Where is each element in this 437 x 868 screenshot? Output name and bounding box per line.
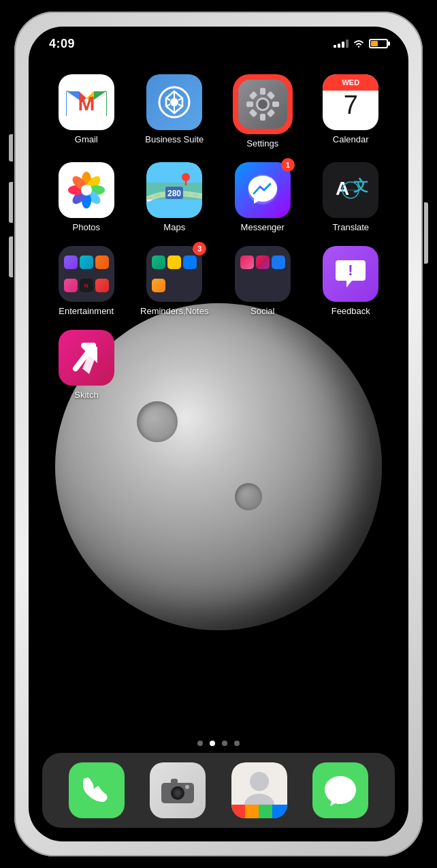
calendar-day-header: WED [323,74,378,91]
signal-bars [334,40,349,48]
entertainment-folder-icon: N [59,246,114,302]
app-reminders-folder[interactable]: 3 Reminders,Notes [137,246,212,316]
gmail-logo: M [65,86,108,119]
messenger-icon: 1 [235,162,291,218]
reminders-app-3 [183,255,197,269]
camera-icon [160,776,195,805]
signal-bar-3 [342,42,344,48]
app-business-suite[interactable]: Business Suite [137,74,212,149]
photos-logo [65,169,108,211]
svg-rect-20 [266,91,275,100]
notch [164,27,273,48]
svg-point-56 [250,772,269,791]
app-feedback[interactable]: ! Feedback [313,246,388,316]
signal-bar-4 [346,40,349,48]
photos-icon [59,162,114,218]
feedback-logo: ! [333,256,368,292]
entertainment-label: Entertainment [59,306,114,316]
svg-text:文: 文 [353,177,368,194]
dock-phone[interactable] [69,762,125,818]
app-photos[interactable]: Photos [49,162,124,232]
dock-contacts[interactable] [231,762,287,818]
messenger-logo [244,172,281,208]
svg-text:M: M [78,92,95,114]
translate-logo: A 文 [330,173,371,207]
social-app-6 [272,279,285,292]
phone-screen: 4:09 [29,27,408,841]
app-social-folder[interactable]: Social [225,246,300,316]
battery-fill [371,41,378,46]
dock-contacts-icon [231,762,287,818]
app-calendar[interactable]: WED 7 Calendar [313,74,388,149]
app-skitch[interactable]: Skitch [49,330,124,400]
translate-icon: A 文 [323,162,378,218]
phone-icon [81,775,112,806]
folder-app-1 [64,255,78,269]
svg-rect-18 [272,102,279,107]
page-dots [29,741,408,746]
social-app-2 [256,255,270,269]
svg-point-52 [175,790,180,796]
app-translate[interactable]: A 文 Translate [313,162,388,232]
feedback-label: Feedback [331,306,370,316]
settings-ring [233,74,293,134]
social-app-1 [240,255,254,269]
reminders-app-4 [152,279,165,292]
status-icons [334,39,388,48]
reminders-folder-icon: 3 [146,246,202,302]
svg-rect-15 [260,88,265,95]
svg-rect-22 [266,109,275,118]
signal-bar-1 [334,45,336,48]
folder-app-3 [95,255,109,269]
feedback-icon: ! [323,246,378,302]
social-app-4 [240,279,254,292]
phone-frame: 4:09 [14,12,423,856]
maps-icon: 280 [146,162,202,218]
contacts-icon [231,762,287,818]
app-entertainment-folder[interactable]: N Entertainment [49,246,124,316]
messenger-label: Messenger [241,222,285,232]
reminders-label: Reminders,Notes [140,306,208,316]
social-app-3 [272,255,285,269]
wifi-icon [353,39,365,48]
svg-point-54 [185,785,189,789]
app-messenger[interactable]: 1 Messenger [225,162,300,232]
calendar-date: 7 [344,92,358,118]
calendar-label: Calendar [333,134,369,144]
dock-camera-icon [150,762,206,818]
app-maps[interactable]: 280 Maps [137,162,212,232]
photos-label: Photos [73,222,100,232]
status-time: 4:09 [49,37,75,51]
svg-rect-17 [246,102,253,107]
dot-1 [197,741,203,746]
maps-logo: 280 [146,162,202,218]
dock-camera[interactable] [150,762,206,818]
svg-rect-19 [248,91,257,100]
dock-messages[interactable] [312,762,368,818]
gmail-label: Gmail [75,134,98,144]
folder-app-6 [95,279,109,292]
social-label: Social [250,306,274,316]
dot-4 [234,741,240,746]
app-row-2: Photos 280 [42,162,395,232]
dot-2 [210,741,215,746]
messages-icon [322,772,359,809]
svg-text:280: 280 [167,189,181,198]
business-suite-icon [146,74,202,130]
app-settings[interactable]: Settings [225,74,300,149]
app-gmail[interactable]: M Gmail [49,74,124,149]
folder-app-5: N [80,279,93,292]
social-folder-icon [235,246,291,302]
volume-down-button[interactable] [9,236,13,277]
power-button[interactable] [424,202,428,264]
dock-messages-icon [312,762,368,818]
svg-rect-60 [245,805,259,818]
skitch-icon [59,330,114,386]
svg-point-14 [258,99,268,109]
settings-icon [236,78,289,131]
volume-up-button[interactable] [9,182,13,223]
svg-rect-16 [260,114,265,121]
app-row-1: M Gmail [42,74,395,149]
reminders-app-6 [183,279,197,292]
settings-gear-icon [244,85,282,123]
